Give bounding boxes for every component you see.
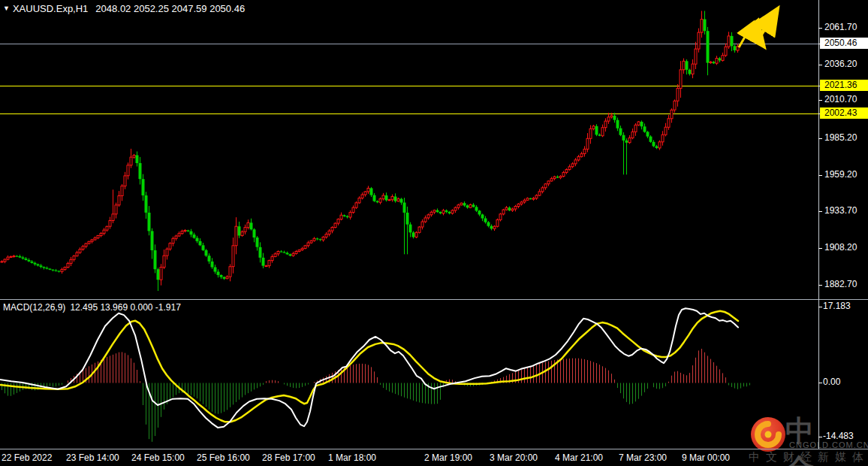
price-axis-label: 1882.70 (824, 279, 857, 290)
macd-main-line[interactable] (0, 308, 738, 428)
time-axis-label: 1 Mar 18:00 (328, 452, 376, 463)
chart-header: ▼XAUUSD.Exp,H12048.02 2052.25 2047.59 20… (3, 3, 245, 14)
price-axis-label: 1933.70 (824, 205, 857, 216)
candlestick-series[interactable] (1, 11, 739, 292)
macd-axis-tick (818, 383, 822, 383)
panel-separator-top[interactable] (0, 299, 868, 300)
symbol-timeframe-label: XAUUSD.Exp,H1 (13, 3, 88, 14)
price-axis-tick (818, 285, 822, 286)
price-axis-label: 2061.70 (824, 22, 857, 33)
macd-axis-label: -14.483 (823, 431, 854, 442)
time-axis-label: 25 Feb 16:00 (197, 452, 250, 463)
time-axis-label: 2 Mar 19:00 (424, 452, 472, 463)
price-axis-label: 1985.20 (824, 132, 857, 144)
time-axis-label: 9 Mar 00:00 (682, 452, 730, 463)
macd-indicator-label: MACD(12,26,9)12.495 13.969 0.000 -1.917 (3, 302, 181, 313)
time-axis-label: 4 Mar 21:00 (555, 452, 603, 463)
price-axis-tick (818, 65, 822, 65)
time-axis-label: 24 Feb 15:00 (131, 452, 185, 463)
price-axis-label: 2036.20 (824, 59, 857, 70)
macd-signal-line[interactable] (0, 311, 738, 422)
price-axis-tick (818, 248, 822, 249)
price-axis-label: 2010.70 (824, 94, 857, 105)
macd-axis-tick (818, 307, 822, 307)
time-axis-label: 22 Feb 2022 (2, 452, 52, 463)
macd-axis-label: 0.00 (823, 377, 840, 388)
macd-name: MACD(12,26,9) (3, 302, 65, 313)
chart-canvas[interactable] (0, 0, 868, 466)
time-axis-label: 28 Feb 17:00 (262, 452, 315, 463)
price-axis-line[interactable] (818, 0, 819, 449)
macd-values: 12.495 13.969 0.000 -1.917 (70, 302, 180, 313)
price-axis-tick (818, 175, 822, 176)
time-axis-label: 3 Mar 20:00 (490, 452, 538, 463)
panel-separator-bottom (0, 449, 868, 449)
macd-histogram[interactable] (2, 349, 750, 442)
macd-axis-tick (818, 437, 822, 437)
price-axis-tick (818, 28, 822, 29)
time-axis-label: 23 Feb 14:00 (66, 452, 119, 463)
price-axis-label: 2050.46 (820, 38, 868, 49)
price-axis-tick (818, 100, 822, 101)
price-axis-label: 1959.20 (824, 169, 857, 180)
trend-arrows-annotation[interactable] (739, 17, 773, 47)
price-axis-label: 1908.20 (824, 242, 857, 253)
price-axis-label: 2021.36 (820, 80, 868, 91)
trading-chart-window: 中金网 CNGOLD.COM.CN 中文财经新媒体 ▼XAUUSD.Exp,H1… (0, 0, 868, 466)
ohlc-values: 2048.02 2052.25 2047.59 2050.46 (95, 3, 245, 14)
time-axis-label: 7 Mar 23:00 (619, 452, 667, 463)
macd-axis-label: 17.183 (823, 301, 851, 312)
chevron-down-icon[interactable]: ▼ (3, 5, 10, 12)
price-axis-tick (818, 138, 822, 139)
price-axis-label: 2002.43 (820, 107, 868, 119)
price-axis-tick (818, 211, 822, 212)
